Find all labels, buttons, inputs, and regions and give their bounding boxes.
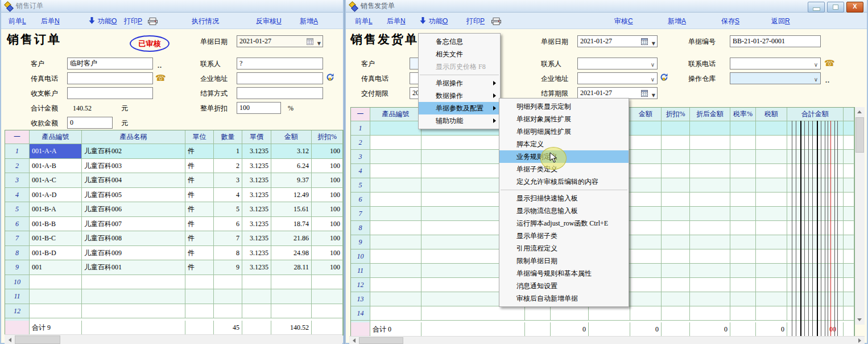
table-cell[interactable]: 儿童百科006 — [82, 202, 185, 217]
warehouse-lookup-button[interactable]: .. — [825, 76, 830, 85]
dropdown-arrow-icon[interactable]: ▼ — [317, 38, 321, 47]
menu-item[interactable]: 明细列表显示定制 — [499, 100, 629, 113]
customer-input[interactable]: 临时客户 — [67, 58, 153, 69]
table-cell[interactable]: 件 — [185, 217, 214, 232]
table-cell[interactable] — [630, 121, 662, 136]
column-header[interactable]: 折扣% — [662, 108, 690, 121]
column-header[interactable]: 一 — [5, 130, 30, 144]
table-cell[interactable] — [271, 304, 312, 319]
account-input[interactable] — [67, 87, 153, 99]
table-cell[interactable] — [844, 121, 854, 136]
table-cell[interactable]: 4 — [351, 164, 370, 178]
table-cell[interactable] — [370, 264, 421, 278]
table-cell[interactable]: 4 — [214, 188, 242, 203]
table-cell[interactable] — [271, 289, 312, 304]
table-cell[interactable] — [370, 193, 421, 207]
table-cell[interactable]: 100 — [312, 217, 343, 232]
table-cell[interactable]: 件 — [185, 173, 214, 188]
table-cell[interactable] — [551, 306, 589, 321]
column-header[interactable]: 税率% — [730, 108, 756, 121]
table-cell[interactable]: 100 — [312, 202, 343, 217]
table-row[interactable]: 1001-A-A儿童百科002件13.12353.12100 — [5, 144, 343, 159]
toolbar-next[interactable]: 后单N — [41, 17, 60, 26]
table-cell[interactable]: 3 — [351, 150, 370, 164]
received-amount-input[interactable]: 0 — [67, 117, 113, 129]
table-cell[interactable] — [787, 136, 844, 150]
table-cell[interactable] — [756, 136, 787, 150]
table-cell[interactable] — [662, 178, 690, 193]
titlebar[interactable]: 销售发货单 X — [346, 0, 867, 13]
table-cell[interactable] — [630, 150, 662, 164]
table-cell[interactable] — [730, 164, 756, 178]
table-cell[interactable] — [662, 235, 690, 249]
table-cell[interactable] — [844, 207, 854, 221]
table-cell[interactable]: 4 — [5, 188, 30, 203]
table-cell[interactable] — [787, 235, 844, 249]
column-header[interactable]: 產品編號 — [370, 108, 421, 121]
address-input[interactable] — [237, 72, 323, 84]
table-cell[interactable]: 儿童百科004 — [82, 173, 185, 188]
toolbar-add[interactable]: 新增A — [300, 17, 318, 26]
menu-item[interactable]: 显示扫描快速输入板 — [499, 192, 629, 204]
table-cell[interactable] — [30, 275, 82, 290]
table-cell[interactable] — [756, 249, 787, 264]
table-cell[interactable] — [787, 178, 844, 193]
table-cell[interactable]: 5 — [5, 202, 30, 217]
table-cell[interactable] — [662, 164, 690, 178]
restore-button[interactable] — [827, 2, 844, 13]
table-cell[interactable] — [630, 164, 662, 178]
printer-icon[interactable] — [491, 18, 501, 27]
table-cell[interactable]: 001-B-A — [30, 202, 82, 217]
table-cell[interactable] — [844, 249, 854, 264]
table-cell[interactable]: 1 — [214, 144, 242, 159]
table-row[interactable]: 6001-B-B儿童百科007件63.123518.74100 — [5, 217, 343, 232]
table-cell[interactable] — [630, 278, 662, 292]
contact-phone-combo[interactable]: ∨ — [730, 58, 821, 69]
table-row[interactable]: 2001-A-B儿童百科003件23.12356.24100 — [5, 159, 343, 174]
table-cell[interactable]: 9 — [351, 235, 370, 249]
table-cell[interactable] — [370, 136, 421, 150]
table-cell[interactable] — [690, 136, 730, 150]
table-cell[interactable] — [242, 304, 271, 319]
table-cell[interactable] — [630, 136, 662, 150]
table-cell[interactable] — [730, 207, 756, 221]
table-cell[interactable] — [730, 121, 756, 136]
column-header[interactable]: 單價 — [242, 130, 271, 144]
toolbar-back[interactable]: 返回R — [771, 17, 790, 26]
table-cell[interactable]: 001-A-D — [30, 188, 82, 203]
vertical-scrollbar[interactable] — [855, 107, 865, 325]
toolbar-print[interactable]: 打印P — [124, 17, 142, 26]
table-cell[interactable] — [844, 221, 854, 235]
table-cell[interactable] — [662, 150, 690, 164]
table-cell[interactable] — [242, 289, 271, 304]
column-header[interactable]: 產品名稱 — [82, 130, 185, 144]
menu-item[interactable]: 数据操作 — [419, 89, 500, 102]
table-cell[interactable]: 2 — [5, 159, 30, 174]
close-button[interactable]: X — [846, 2, 863, 13]
table-cell[interactable]: 12 — [5, 304, 30, 319]
combo-arrow-icon[interactable]: ∨ — [651, 74, 655, 84]
table-cell[interactable] — [662, 278, 690, 292]
table-cell[interactable] — [312, 275, 343, 290]
table-cell[interactable]: 3.1235 — [242, 260, 271, 275]
table-cell[interactable] — [730, 235, 756, 249]
table-cell[interactable]: 2 — [351, 136, 370, 150]
table-cell[interactable] — [787, 207, 844, 221]
table-cell[interactable] — [82, 304, 185, 319]
table-cell[interactable]: 11 — [5, 289, 30, 304]
table-row[interactable]: 7001-B-C儿童百科008件73.123521.86100 — [5, 231, 343, 246]
table-cell[interactable] — [662, 193, 690, 207]
table-row[interactable]: 14 — [351, 306, 854, 321]
table-cell[interactable]: 3.1235 — [242, 246, 271, 261]
table-cell[interactable] — [690, 235, 730, 249]
table-cell[interactable] — [844, 178, 854, 193]
table-cell[interactable] — [185, 275, 214, 290]
table-cell[interactable] — [844, 306, 854, 321]
doc-number-input[interactable]: BB-21-01-27-0001 — [730, 35, 821, 47]
table-cell[interactable] — [690, 249, 730, 264]
table-cell[interactable] — [787, 121, 844, 136]
table-cell[interactable]: 儿童百科003 — [82, 159, 185, 174]
table-cell[interactable] — [844, 164, 854, 178]
table-cell[interactable]: 3.1235 — [242, 173, 271, 188]
scroll-up-icon[interactable] — [857, 110, 862, 113]
